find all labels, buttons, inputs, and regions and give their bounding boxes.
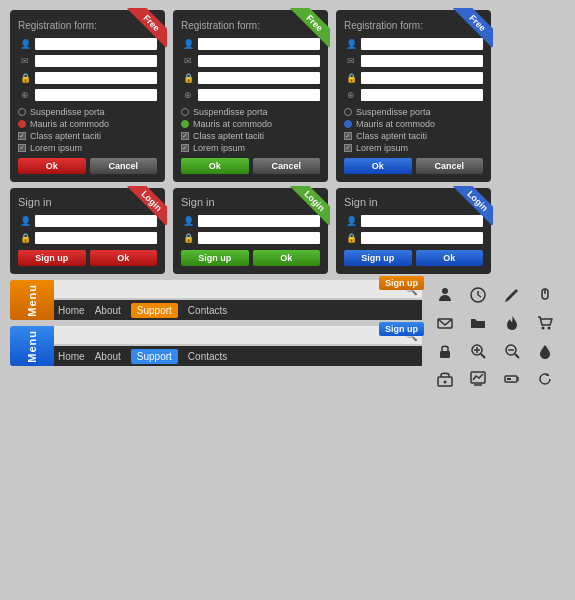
login-ribbon-red: Login <box>117 186 167 236</box>
radio-item-1b[interactable]: Suspendisse porta <box>344 107 483 117</box>
menu-label-orange: Menu <box>26 284 38 317</box>
svg-line-15 <box>515 354 519 358</box>
free-ribbon-green: Free <box>280 8 330 58</box>
check-box-1g: ✓ <box>181 132 189 140</box>
search-input-blue[interactable] <box>58 330 404 340</box>
cancel-button-red[interactable]: Cancel <box>90 158 158 174</box>
radio-item-1g[interactable]: Suspendisse porta <box>181 107 320 117</box>
navbars-container: Menu 🔍 Home About Support Contacts S <box>10 280 422 366</box>
signin-lock-icon-red: 🔒 <box>18 231 32 245</box>
nav-support-blue[interactable]: Support <box>131 349 178 364</box>
cancel-button-green[interactable]: Cancel <box>253 158 321 174</box>
svg-point-7 <box>541 327 544 330</box>
email-icon: ✉ <box>18 54 32 68</box>
clock-icon <box>467 284 489 306</box>
check-item-1b[interactable]: ✓ Class aptent taciti <box>344 131 483 141</box>
check-item-1g[interactable]: ✓ Class aptent taciti <box>181 131 320 141</box>
nav-support-orange[interactable]: Support <box>131 303 178 318</box>
check-item-2[interactable]: ✓ Lorem ipsum <box>18 143 157 153</box>
zoom-out-icon <box>501 340 523 362</box>
mouse-icon <box>534 284 556 306</box>
radio-dot-2 <box>18 120 26 128</box>
signup-tab-orange[interactable]: Sign up <box>379 276 424 290</box>
radio-dot-1b <box>344 108 352 116</box>
profile-icon: ⊕ <box>18 88 32 102</box>
input-lock-red[interactable] <box>35 72 157 84</box>
pencil-icon <box>501 284 523 306</box>
nav-contacts-blue[interactable]: Contacts <box>188 351 227 362</box>
nav-home-blue[interactable]: Home <box>58 351 85 362</box>
svg-line-3 <box>478 295 481 297</box>
menu-tab-blue[interactable]: Menu <box>10 326 54 366</box>
user-icon-g: 👤 <box>181 37 195 51</box>
search-row-orange: 🔍 <box>54 280 422 298</box>
check-item-2g[interactable]: ✓ Lorem ipsum <box>181 143 320 153</box>
signin-ok-button-green[interactable]: Ok <box>253 250 321 266</box>
field-extra-b: ⊕ <box>344 88 483 102</box>
nav-contacts-orange[interactable]: Contacts <box>188 305 227 316</box>
nav-home-orange[interactable]: Home <box>58 305 85 316</box>
free-ribbon-blue: Free <box>443 8 493 58</box>
signin-btn-row-green: Sign up Ok <box>181 250 320 266</box>
nav-about-orange[interactable]: About <box>95 305 121 316</box>
cancel-button-blue[interactable]: Cancel <box>416 158 484 174</box>
login-ribbon-green: Login <box>280 186 330 236</box>
menu-label-blue: Menu <box>26 330 38 363</box>
radio-item-2g[interactable]: Mauris at commodo <box>181 119 320 129</box>
radio-item-2[interactable]: Mauris at commodo <box>18 119 157 129</box>
signin-ok-button-red[interactable]: Ok <box>90 250 158 266</box>
signin-ok-button-blue[interactable]: Ok <box>416 250 484 266</box>
input-extra-red[interactable] <box>35 89 157 101</box>
button-row-red: Ok Cancel <box>18 158 157 174</box>
signin-forms-row: Login Sign in 👤 🔒 Sign up Ok Login Sign … <box>10 188 565 274</box>
refresh-icon <box>534 368 556 390</box>
nav-about-blue[interactable]: About <box>95 351 121 362</box>
radio-item-2b[interactable]: Mauris at commodo <box>344 119 483 129</box>
check-item-2b[interactable]: ✓ Lorem ipsum <box>344 143 483 153</box>
nav-links-blue: Home About Support Contacts <box>54 346 422 366</box>
check-item-1[interactable]: ✓ Class aptent taciti <box>18 131 157 141</box>
navbar-orange: Menu 🔍 Home About Support Contacts S <box>10 280 422 320</box>
signup-button-red[interactable]: Sign up <box>18 250 86 266</box>
svg-point-18 <box>444 381 447 384</box>
field-extra: ⊕ <box>18 88 157 102</box>
envelope-icon <box>434 312 456 334</box>
svg-line-11 <box>481 354 485 358</box>
radio-section-g: Suspendisse porta Mauris at commodo ✓ Cl… <box>181 107 320 153</box>
signin-btn-row-red: Sign up Ok <box>18 250 157 266</box>
padlock-icon <box>434 340 456 362</box>
input-extra-blue[interactable] <box>361 89 483 101</box>
signup-button-blue[interactable]: Sign up <box>344 250 412 266</box>
signup-tab-blue[interactable]: Sign up <box>379 322 424 336</box>
menu-tab-orange[interactable]: Menu <box>10 280 54 320</box>
input-lock-blue[interactable] <box>361 72 483 84</box>
ok-button-red[interactable]: Ok <box>18 158 86 174</box>
button-row-blue: Ok Cancel <box>344 158 483 174</box>
check-box-2: ✓ <box>18 144 26 152</box>
registration-forms-row: Free Registration form: 👤 ✉ 🔒 ⊕ <box>10 10 565 182</box>
lock-badge-icon <box>434 368 456 390</box>
search-input-orange[interactable] <box>58 284 404 294</box>
radio-dot-1 <box>18 108 26 116</box>
radio-section: Suspendisse porta Mauris at commodo ✓ Cl… <box>18 107 157 153</box>
registration-form-red: Free Registration form: 👤 ✉ 🔒 ⊕ <box>10 10 165 182</box>
chart-icon <box>467 368 489 390</box>
nav-body-orange: 🔍 Home About Support Contacts <box>54 280 422 320</box>
radio-dot-1g <box>181 108 189 116</box>
ok-button-blue[interactable]: Ok <box>344 158 412 174</box>
profile-icon-b: ⊕ <box>344 88 358 102</box>
signin-form-green: Login Sign in 👤 🔒 Sign up Ok <box>173 188 328 274</box>
user-icon-b: 👤 <box>344 37 358 51</box>
radio-item-1[interactable]: Suspendisse porta <box>18 107 157 117</box>
email-icon-g: ✉ <box>181 54 195 68</box>
ok-button-green[interactable]: Ok <box>181 158 249 174</box>
signin-form-blue: Login Sign in 👤 🔒 Sign up Ok <box>336 188 491 274</box>
svg-point-0 <box>442 288 448 294</box>
field-lock-b: 🔒 <box>344 71 483 85</box>
lock-icon-b: 🔒 <box>344 71 358 85</box>
signin-lock-icon-green: 🔒 <box>181 231 195 245</box>
input-lock-green[interactable] <box>198 72 320 84</box>
bottom-section: Menu 🔍 Home About Support Contacts S <box>10 280 565 394</box>
signup-button-green[interactable]: Sign up <box>181 250 249 266</box>
input-extra-green[interactable] <box>198 89 320 101</box>
